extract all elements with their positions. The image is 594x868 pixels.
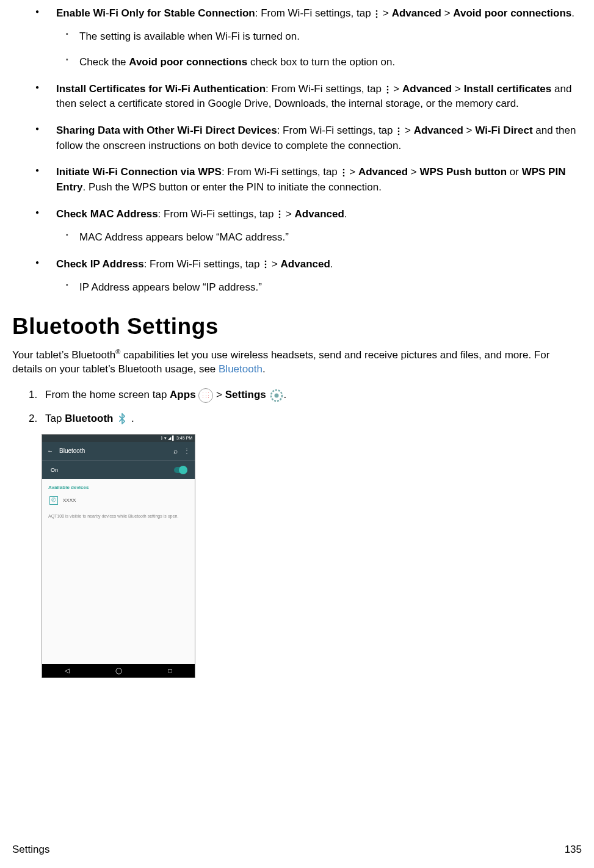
svg-point-0 xyxy=(376,10,378,12)
back-icon[interactable]: ← xyxy=(47,447,53,455)
toggle-label: On xyxy=(51,466,58,474)
app-bar: ← Bluetooth ⌕ ⋮ xyxy=(42,442,195,460)
toggle-switch-icon[interactable] xyxy=(174,467,186,473)
bluetooth-status-icon: ᛒ xyxy=(161,435,163,441)
step-item: From the home screen tap Apps > Settings… xyxy=(40,388,582,403)
more-icon xyxy=(396,124,402,139)
more-icon xyxy=(341,165,347,180)
bluetooth-icon xyxy=(116,413,128,425)
svg-point-10 xyxy=(342,172,344,174)
settings-icon xyxy=(269,388,284,403)
status-bar: ᛒ ▾ ◢ ▌ 3:45 PM xyxy=(42,435,195,442)
svg-point-3 xyxy=(386,85,388,87)
svg-point-11 xyxy=(342,175,344,177)
svg-point-16 xyxy=(265,264,267,266)
sub-item: Check the Avoid poor connections check b… xyxy=(74,55,582,70)
sub-item: IP Address appears below “IP address.” xyxy=(74,280,582,295)
visibility-note: AQT100 is visible to nearby devices whil… xyxy=(42,507,195,526)
steps-list: From the home screen tap Apps > Settings… xyxy=(12,388,582,425)
item-title: Sharing Data with Other Wi-Fi Direct Dev… xyxy=(56,125,277,136)
sub-list: IP Address appears below “IP address.” xyxy=(56,280,582,295)
more-icon xyxy=(385,82,391,97)
more-icon xyxy=(374,7,380,21)
phone-icon: ✆ xyxy=(49,496,58,505)
signal-status-icon: ◢ xyxy=(168,435,171,441)
sub-list: The setting is available when Wi-Fi is t… xyxy=(56,29,582,70)
bullet-item: Enable Wi-Fi Only for Stable Connection:… xyxy=(44,6,582,70)
intro-paragraph: Your tablet’s Bluetooth® capabilities le… xyxy=(12,347,570,377)
svg-point-13 xyxy=(279,214,281,215)
bluetooth-link[interactable]: Bluetooth xyxy=(219,363,263,375)
svg-point-5 xyxy=(386,92,388,93)
sub-list: MAC Address appears below “MAC address.” xyxy=(56,230,582,245)
nav-home-icon[interactable]: ◯ xyxy=(115,667,122,675)
step-item: Tap Bluetooth . xyxy=(40,411,582,426)
nav-recent-icon[interactable]: □ xyxy=(168,667,172,675)
sub-item: MAC Address appears below “MAC address.” xyxy=(74,230,582,245)
item-title: Check IP Address xyxy=(56,258,144,270)
more-icon xyxy=(277,207,283,222)
footer-section: Settings xyxy=(12,842,49,857)
svg-point-12 xyxy=(279,211,281,212)
apps-icon xyxy=(198,388,213,403)
page-footer: Settings 135 xyxy=(12,842,582,857)
status-time: 3:45 PM xyxy=(176,435,192,441)
svg-point-2 xyxy=(376,16,378,18)
svg-point-4 xyxy=(386,89,388,90)
svg-point-15 xyxy=(265,261,267,262)
item-title: Install Certificates for Wi-Fi Authentic… xyxy=(56,83,266,95)
item-title: Enable Wi xyxy=(56,7,106,19)
svg-point-7 xyxy=(398,131,400,132)
bullet-item: Sharing Data with Other Wi-Fi Direct Dev… xyxy=(44,123,582,153)
svg-point-19 xyxy=(274,393,278,397)
bullet-item: Install Certificates for Wi-Fi Authentic… xyxy=(44,82,582,111)
svg-point-14 xyxy=(279,217,281,219)
footer-page-number: 135 xyxy=(565,842,582,857)
item-title: Initiate Wi-Fi Connection via WPS xyxy=(56,166,222,178)
battery-status-icon: ▌ xyxy=(172,435,175,441)
item-title: Check MAC Address xyxy=(56,208,158,220)
bullet-item: Check IP Address: From Wi-Fi settings, t… xyxy=(44,257,582,295)
page-heading: Bluetooth Settings xyxy=(12,311,582,342)
bullet-item: Check MAC Address: From Wi-Fi settings, … xyxy=(44,207,582,245)
svg-point-6 xyxy=(398,128,400,129)
wifi-status-icon: ▾ xyxy=(164,435,167,441)
bluetooth-settings-screenshot: ᛒ ▾ ◢ ▌ 3:45 PM ← Bluetooth ⌕ ⋮ On Avail… xyxy=(42,434,195,678)
device-row[interactable]: ✆ XXXX xyxy=(42,494,195,507)
search-icon[interactable]: ⌕ xyxy=(173,446,178,457)
sub-item: The setting is available when Wi-Fi is t… xyxy=(74,29,582,44)
more-icon xyxy=(263,257,269,272)
nav-bar: ◁ ◯ □ xyxy=(42,664,195,678)
device-name: XXXX xyxy=(63,497,76,504)
svg-point-8 xyxy=(398,134,400,136)
svg-point-1 xyxy=(376,13,378,15)
nav-back-icon[interactable]: ◁ xyxy=(65,667,70,675)
app-bar-title: Bluetooth xyxy=(59,447,167,455)
section-header: Available devices xyxy=(42,479,195,493)
more-icon[interactable]: ⋮ xyxy=(184,447,190,455)
bullet-item: Initiate Wi-Fi Connection via WPS: From … xyxy=(44,165,582,194)
toggle-row[interactable]: On xyxy=(42,460,195,479)
svg-point-9 xyxy=(342,169,344,171)
bullet-list: Enable Wi-Fi Only for Stable Connection:… xyxy=(12,6,582,295)
svg-point-17 xyxy=(265,267,267,269)
